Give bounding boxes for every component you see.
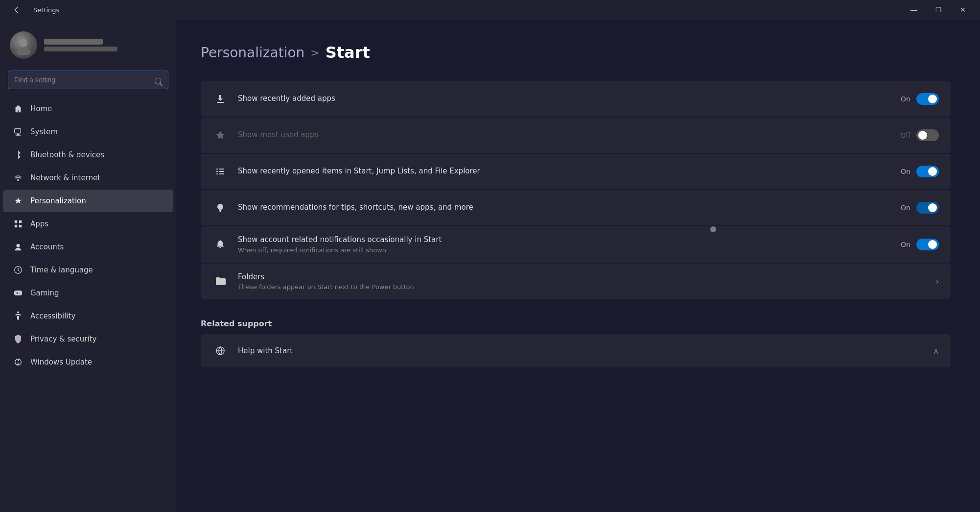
sidebar-item-privacy-label: Privacy & security [30, 335, 96, 343]
app-body: Home System Bluetooth & devices Network … [0, 20, 980, 512]
breadcrumb-parent[interactable]: Personalization [201, 45, 304, 61]
sidebar-item-personalization[interactable]: Personalization [3, 190, 173, 212]
svg-rect-2 [15, 129, 21, 133]
sidebar-item-bluetooth[interactable]: Bluetooth & devices [3, 144, 173, 166]
setting-sublabel-folders: These folders appear on Start next to th… [238, 283, 926, 291]
sidebar-item-time[interactable]: Time & language [3, 259, 173, 281]
sidebar-item-accessibility-label: Accessibility [30, 312, 75, 320]
close-button[interactable]: ✕ [952, 2, 974, 17]
setting-row-account-notifications: Show account related notifications occas… [201, 226, 951, 263]
user-name [44, 39, 103, 45]
avatar [10, 31, 37, 59]
star-icon [212, 127, 228, 143]
setting-right-most-used-apps: Off [900, 129, 939, 141]
svg-point-12 [17, 312, 19, 314]
related-support-section: Related support Help with Start ∧ [201, 319, 951, 367]
setting-label-recently-added-apps: Show recently added apps [238, 94, 891, 104]
setting-text-account-notifications: Show account related notifications occas… [238, 235, 891, 254]
svg-rect-5 [15, 220, 17, 223]
sidebar-item-accounts[interactable]: Accounts [3, 236, 173, 258]
setting-text-most-used-apps: Show most used apps [238, 130, 890, 140]
sidebar-item-gaming-label: Gaming [30, 289, 59, 297]
search-input[interactable] [8, 71, 168, 89]
setting-right-folders: › [936, 277, 939, 286]
sidebar-item-system[interactable]: System [3, 121, 173, 143]
settings-list: Show recently added apps On Show most us… [201, 81, 951, 299]
svg-point-1 [17, 48, 30, 55]
svg-rect-15 [219, 169, 224, 170]
setting-label-folders: Folders [238, 272, 926, 282]
back-button[interactable] [6, 2, 28, 17]
toggle-recommendations[interactable] [916, 202, 939, 214]
setting-text-recently-opened: Show recently opened items in Start, Jum… [238, 167, 891, 176]
svg-rect-6 [19, 220, 22, 223]
personalization-icon [13, 195, 23, 206]
svg-rect-7 [15, 225, 17, 227]
svg-point-0 [20, 39, 27, 47]
chevron-right-icon: › [936, 277, 939, 286]
setting-row-folders[interactable]: Folders These folders appear on Start ne… [201, 264, 951, 300]
toggle-recently-added-apps[interactable] [916, 93, 939, 105]
svg-rect-3 [17, 134, 19, 135]
sidebar: Home System Bluetooth & devices Network … [0, 20, 176, 512]
setting-label-most-used-apps: Show most used apps [238, 130, 890, 140]
sidebar-item-system-label: System [30, 127, 58, 136]
app-title: Settings [33, 6, 59, 14]
bell-icon [212, 237, 228, 252]
globe-icon [212, 343, 228, 359]
setting-label-recently-opened: Show recently opened items in Start, Jum… [238, 167, 891, 176]
sidebar-item-windows-update-label: Windows Update [30, 358, 92, 366]
breadcrumb-separator: > [310, 47, 319, 59]
setting-text-folders: Folders These folders appear on Start ne… [238, 272, 926, 291]
sidebar-item-privacy[interactable]: Privacy & security [3, 328, 173, 350]
minimize-button[interactable]: — [903, 2, 925, 17]
window-controls: — ❐ ✕ [903, 2, 974, 17]
breadcrumb-current: Start [326, 43, 370, 62]
status-recommendations: On [901, 204, 910, 212]
setting-label-recommendations: Show recommendations for tips, shortcuts… [238, 203, 891, 213]
svg-rect-17 [219, 171, 224, 172]
setting-label-account-notifications: Show account related notifications occas… [238, 235, 891, 245]
sidebar-item-time-label: Time & language [30, 266, 93, 274]
sidebar-item-home[interactable]: Home [3, 98, 173, 120]
setting-right-account-notifications: On [901, 239, 939, 250]
user-profile [0, 20, 176, 69]
support-chevron-icon: ∧ [933, 346, 939, 356]
status-recently-added-apps: On [901, 95, 910, 103]
breadcrumb: Personalization > Start [201, 43, 951, 62]
svg-rect-11 [14, 291, 22, 295]
sidebar-item-home-label: Home [30, 104, 52, 113]
support-label-help-with-start: Help with Start [238, 346, 923, 355]
toggle-recently-opened[interactable] [916, 166, 939, 177]
toggle-account-notifications[interactable] [916, 239, 939, 250]
svg-rect-8 [19, 225, 22, 227]
svg-rect-4 [16, 135, 21, 135]
sidebar-item-network[interactable]: Network & internet [3, 167, 173, 189]
sidebar-item-network-label: Network & internet [30, 173, 100, 182]
user-info [44, 39, 117, 51]
sidebar-item-gaming[interactable]: Gaming [3, 282, 173, 304]
download-icon [212, 91, 228, 107]
svg-rect-16 [216, 171, 218, 172]
svg-rect-14 [216, 169, 218, 170]
nav-list: Home System Bluetooth & devices Network … [0, 97, 176, 374]
sidebar-item-apps[interactable]: Apps [3, 213, 173, 235]
restore-button[interactable]: ❐ [927, 2, 950, 17]
svg-rect-19 [219, 173, 224, 174]
sidebar-item-windows-update[interactable]: Windows Update [3, 351, 173, 373]
setting-sublabel-account-notifications: When off, required notifications are sti… [238, 246, 891, 254]
setting-text-recommendations: Show recommendations for tips, shortcuts… [238, 203, 891, 213]
setting-text-recently-added-apps: Show recently added apps [238, 94, 891, 104]
time-icon [13, 265, 23, 275]
bulb-icon [212, 200, 228, 216]
toggle-most-used-apps[interactable] [916, 129, 939, 141]
sidebar-item-accessibility[interactable]: Accessibility [3, 305, 173, 327]
setting-row-recommendations: Show recommendations for tips, shortcuts… [201, 190, 951, 225]
setting-row-most-used-apps: Show most used apps Off [201, 118, 951, 153]
setting-right-recently-added-apps: On [901, 93, 939, 105]
support-row-help-with-start[interactable]: Help with Start ∧ [201, 334, 951, 367]
bluetooth-icon [13, 149, 23, 160]
sidebar-item-bluetooth-label: Bluetooth & devices [30, 150, 104, 159]
search-container [0, 69, 176, 97]
search-icon [155, 78, 163, 88]
